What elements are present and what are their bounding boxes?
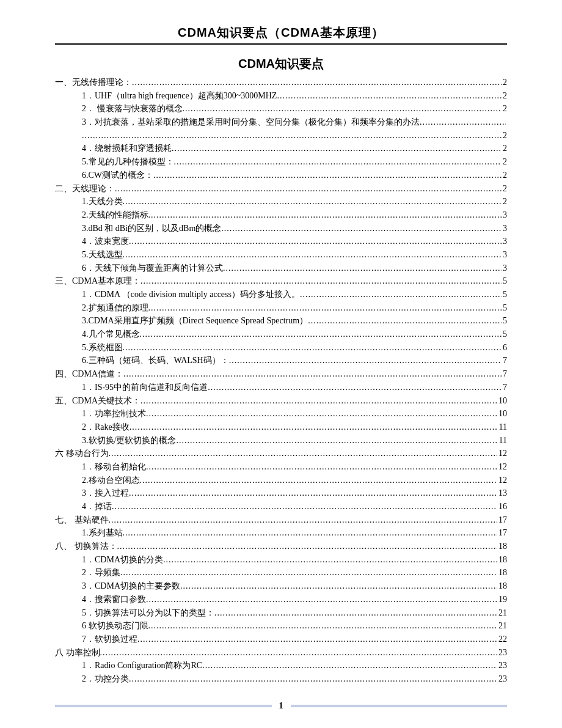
toc-label: 5.系统框图 [82, 341, 123, 355]
toc-page-number: 10 [497, 394, 507, 408]
toc-leader-dots [183, 102, 502, 116]
toc-entry[interactable]: 5.天线选型3 [55, 248, 507, 262]
toc-label: 六 移动台行为 [55, 447, 109, 460]
toc-page-number: 12 [497, 447, 507, 460]
toc-entry[interactable]: 二、天线理论：2 [55, 182, 507, 196]
toc-entry[interactable]: 1.天线分类2 [55, 195, 507, 208]
toc-page-number: 17 [497, 513, 507, 527]
toc-label: 三、CDMA基本原理： [55, 274, 140, 288]
toc-entry[interactable]: 1．Radio Configuration简称为RC23 [55, 659, 507, 672]
toc-label: 6．天线下倾角与覆盖距离的计算公式 [82, 262, 223, 275]
toc-label: 2．功控分类 [82, 672, 129, 686]
toc-page-number: 3 [502, 222, 507, 235]
toc-entry[interactable]: 1．CDMA切换的分类18 [55, 553, 507, 567]
toc-leader-dots [148, 208, 502, 222]
toc-entry[interactable]: 2 [55, 129, 507, 142]
toc-entry[interactable]: 3.CDMA采用直序扩频频（Direct Sequence Spread Spe… [55, 314, 507, 328]
toc-leader-dots [163, 553, 497, 567]
toc-entry[interactable]: 4．绕射损耗和穿透损耗2 [55, 142, 507, 155]
toc-label: 七、 基站硬件 [55, 513, 109, 527]
toc-page-number: 2 [502, 129, 507, 142]
toc-entry[interactable]: 2． 慢衰落与快衰落的概念2 [55, 102, 507, 116]
toc-leader-dots [123, 341, 502, 355]
toc-entry[interactable]: 1．UHF（ultra high frequence）超高频300~3000MH… [55, 89, 507, 103]
toc-entry[interactable]: 3．CDMA切换的主要参数18 [55, 579, 507, 593]
toc-entry[interactable]: 7．软切换过程22 [55, 633, 507, 646]
toc-entry[interactable]: 1.系列基站17 [55, 526, 507, 540]
toc-entry[interactable]: 4．掉话16 [55, 500, 507, 513]
toc-entry[interactable]: 2.扩频通信的原理5 [55, 301, 507, 315]
toc-page-number: 16 [497, 500, 507, 513]
toc-entry[interactable]: 四、CDMA信道：7 [55, 367, 507, 381]
document-title: CDMA知识要点 [55, 56, 507, 72]
toc-label: 3.dBd 和 dBi的区别，以及dBm的概念 [82, 222, 221, 235]
toc-page-number: 5 [502, 288, 507, 301]
toc-entry[interactable]: 七、 基站硬件17 [55, 513, 507, 527]
toc-label: 4.几个常见概念 [82, 328, 140, 341]
toc-entry[interactable]: 1．IS-95中的前向信道和反向信道7 [55, 381, 507, 394]
toc-entry[interactable]: 6.CW测试的概念：2 [55, 169, 507, 182]
toc-page-number: 5 [502, 328, 507, 341]
toc-label: 5．切换算法可以分为以下的类型： [82, 606, 214, 620]
toc-entry[interactable]: 2.移动台空闲态12 [55, 474, 507, 487]
toc-entry[interactable]: 八、 切换算法：18 [55, 540, 507, 553]
page-number: 1 [279, 701, 283, 711]
toc-leader-dots [82, 129, 502, 142]
toc-leader-dots [129, 672, 497, 686]
toc-entry[interactable]: 3．接入过程13 [55, 487, 507, 500]
toc-entry[interactable]: 3．对抗衰落，基站采取的措施是采用时间分集、空间分集（极化分集）和频率分集的办法 [55, 116, 507, 129]
toc-label: 1．Radio Configuration简称为RC [82, 659, 202, 672]
toc-label: 6 软切换动态门限 [82, 619, 148, 633]
toc-entry[interactable]: 6 软切换动态门限21 [55, 619, 507, 633]
toc-leader-dots [123, 367, 502, 381]
toc-entry[interactable]: 6．天线下倾角与覆盖距离的计算公式3 [55, 262, 507, 275]
toc-entry[interactable]: 5.常见的几种传播模型：2 [55, 155, 507, 169]
toc-leader-dots [308, 314, 502, 328]
toc-label: 3．对抗衰落，基站采取的措施是采用时间分集、空间分集（极化分集）和频率分集的办法 [82, 116, 420, 129]
toc-leader-dots [140, 394, 497, 408]
toc-entry[interactable]: 6.三种码（短码、长码、WALSH码）：7 [55, 354, 507, 367]
toc-leader-dots [140, 474, 498, 487]
toc-entry[interactable]: 5．切换算法可以分为以下的类型：21 [55, 606, 507, 620]
toc-leader-dots [130, 421, 498, 434]
toc-entry[interactable]: 5.系统框图6 [55, 341, 507, 355]
toc-page-number: 17 [497, 526, 507, 540]
toc-entry[interactable]: 一、无线传播理论：2 [55, 76, 507, 89]
toc-entry[interactable]: 2．Rake接收11 [55, 421, 507, 434]
toc-entry[interactable]: 1．功率控制技术10 [55, 407, 507, 421]
toc-page-number: 7 [502, 367, 507, 381]
toc-leader-dots [172, 142, 502, 155]
toc-entry[interactable]: 2.天线的性能指标3 [55, 208, 507, 222]
toc-entry[interactable]: 4．搜索窗口参数19 [55, 593, 507, 606]
toc-label: 2.移动台空闲态 [82, 474, 140, 487]
toc-leader-dots [129, 235, 502, 248]
toc-leader-dots [115, 182, 502, 196]
toc-leader-dots [148, 301, 502, 315]
toc-label: 一、无线传播理论： [55, 76, 132, 89]
toc-page-number: 2 [502, 195, 507, 208]
toc-entry[interactable]: 3.软切换/更软切换的概念11 [55, 434, 507, 447]
toc-leader-dots [112, 500, 497, 513]
toc-label: 1．功率控制技术 [82, 407, 146, 421]
toc-entry[interactable]: 1．移动台初始化12 [55, 460, 507, 474]
header-rule [55, 43, 507, 45]
toc-page-number: 2 [502, 155, 507, 169]
toc-leader-dots [221, 222, 502, 235]
toc-leader-dots [109, 513, 498, 527]
toc-label: 5.天线选型 [82, 248, 123, 262]
toc-entry[interactable]: 2．功控分类23 [55, 672, 507, 686]
toc-entry[interactable]: 五、CDMA关键技术：10 [55, 394, 507, 408]
toc-page-number: 5 [502, 301, 507, 315]
toc-entry[interactable]: 1．CDMA （code division multiply access）码分… [55, 288, 507, 301]
toc-label: 1．移动台初始化 [82, 460, 146, 474]
toc-entry[interactable]: 4.几个常见概念5 [55, 328, 507, 341]
toc-entry[interactable]: 2．导频集18 [55, 566, 507, 579]
toc-entry[interactable]: 3.dBd 和 dBi的区别，以及dBm的概念3 [55, 222, 507, 235]
toc-entry[interactable]: 三、CDMA基本原理：5 [55, 274, 507, 288]
toc-page-number: 18 [497, 566, 507, 579]
toc-leader-dots [180, 579, 497, 593]
toc-entry[interactable]: 八 功率控制23 [55, 646, 507, 660]
toc-entry[interactable]: 六 移动台行为12 [55, 447, 507, 460]
toc-entry[interactable]: 4．波束宽度3 [55, 235, 507, 248]
toc-label: 5.常见的几种传播模型： [82, 155, 174, 169]
